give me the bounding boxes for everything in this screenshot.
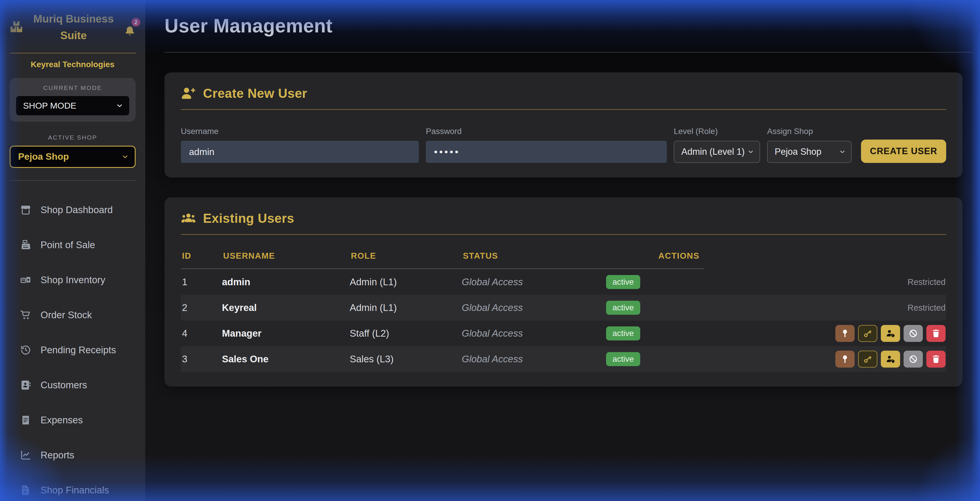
notifications-count-badge: 2 bbox=[132, 18, 140, 27]
create-user-card: Create New User Username admin Password … bbox=[164, 72, 963, 177]
reset-password-button[interactable] bbox=[858, 325, 877, 342]
user-role: Admin (L1) bbox=[350, 302, 462, 313]
status-badge: active bbox=[606, 326, 640, 340]
level-select[interactable]: Admin (Level 1) bbox=[674, 141, 760, 163]
username-field-group: Username admin bbox=[181, 127, 419, 163]
assign-shop-label: Assign Shop bbox=[767, 127, 852, 136]
trash-icon bbox=[931, 329, 940, 338]
file-invoice-dollar-icon: $ bbox=[20, 485, 31, 496]
user-plus-icon bbox=[181, 86, 196, 101]
password-input[interactable]: ••••• bbox=[426, 141, 667, 163]
map-pin-icon bbox=[840, 354, 850, 364]
user-tag-icon bbox=[886, 329, 895, 338]
user-access: Global Access bbox=[462, 354, 606, 365]
svg-text:$: $ bbox=[24, 489, 27, 494]
disable-user-button[interactable] bbox=[904, 351, 923, 368]
notifications-bell[interactable]: 2 bbox=[124, 22, 135, 37]
level-field-group: Level (Role) Admin (Level 1) bbox=[674, 127, 760, 163]
user-id: 2 bbox=[181, 302, 222, 313]
create-user-button[interactable]: CREATE USER bbox=[861, 140, 946, 163]
page-title: User Management bbox=[164, 14, 973, 37]
sidebar: Muriq Business Suite 2 Keyreal Technolog… bbox=[0, 0, 145, 501]
delete-user-button[interactable] bbox=[926, 351, 946, 368]
user-id: 4 bbox=[181, 328, 222, 339]
sidebar-item-point-of-sale[interactable]: Point of Sale bbox=[10, 227, 135, 262]
assign-shop-select-value: Pejoa Shop bbox=[775, 147, 821, 157]
mode-select[interactable]: SHOP MODE bbox=[16, 96, 129, 115]
assign-shop-select[interactable]: Pejoa Shop bbox=[767, 141, 852, 163]
sidebar-item-label: Shop Financials bbox=[41, 485, 109, 496]
table-row: 2 Keyreal Admin (L1) Global Access activ… bbox=[181, 295, 946, 321]
user-username: admin bbox=[222, 276, 350, 287]
user-id: 3 bbox=[181, 354, 222, 365]
sidebar-item-label: Order Stock bbox=[41, 310, 92, 321]
sidebar-item-shop-inventory[interactable]: Shop Inventory bbox=[10, 262, 135, 297]
sidebar-item-label: Pending Receipts bbox=[41, 345, 116, 356]
sidebar-item-label: Shop Inventory bbox=[41, 274, 105, 286]
status-badge: active bbox=[606, 301, 640, 315]
active-shop-value: Pejoa Shop bbox=[18, 151, 69, 162]
map-pin-icon bbox=[840, 329, 850, 338]
sidebar-item-expenses[interactable]: Expenses bbox=[10, 403, 135, 438]
ban-icon bbox=[908, 354, 918, 364]
header-divider bbox=[164, 52, 973, 53]
col-header-username: USERNAME bbox=[223, 251, 351, 261]
password-field-group: Password ••••• bbox=[426, 127, 667, 163]
delete-user-button[interactable] bbox=[926, 325, 946, 342]
assign-role-button[interactable] bbox=[881, 325, 900, 342]
create-user-title: Create New User bbox=[203, 86, 307, 101]
sidebar-item-label: Point of Sale bbox=[41, 239, 95, 250]
address-book-icon bbox=[20, 380, 31, 391]
user-role: Sales (L3) bbox=[350, 354, 462, 365]
sidebar-item-order-stock[interactable]: Order Stock bbox=[10, 297, 135, 332]
sidebar-item-customers[interactable]: Customers bbox=[10, 368, 135, 403]
sidebar-nav: Shop Dashboard Point of Sale bbox=[10, 192, 135, 501]
sidebar-item-shop-dashboard[interactable]: Shop Dashboard bbox=[10, 192, 135, 227]
assign-role-button[interactable] bbox=[881, 351, 900, 368]
level-select-value: Admin (Level 1) bbox=[681, 147, 745, 157]
sidebar-item-shop-financials[interactable]: $ Shop Financials bbox=[10, 473, 135, 501]
disable-user-button[interactable] bbox=[904, 325, 923, 342]
sidebar-divider bbox=[10, 180, 135, 181]
user-tag-icon bbox=[886, 354, 895, 364]
col-header-status: STATUS bbox=[463, 251, 607, 261]
key-icon bbox=[863, 354, 872, 364]
ban-icon bbox=[908, 329, 918, 338]
users-icon bbox=[181, 211, 196, 226]
reset-password-button[interactable] bbox=[858, 351, 877, 368]
mode-select-value: SHOP MODE bbox=[23, 101, 76, 111]
user-access: Global Access bbox=[462, 328, 606, 339]
cash-register-icon bbox=[20, 239, 31, 250]
restricted-label: Restricted bbox=[907, 278, 946, 287]
user-username: Manager bbox=[222, 328, 350, 339]
user-access: Global Access bbox=[462, 276, 606, 287]
existing-users-card: Existing Users ID USERNAME ROLE STATUS A… bbox=[164, 197, 963, 386]
current-mode-label: CURRENT MODE bbox=[16, 85, 129, 91]
pin-location-button[interactable] bbox=[835, 351, 854, 368]
sidebar-item-pending-receipts[interactable]: Pending Receipts bbox=[10, 332, 135, 368]
sidebar-item-label: Reports bbox=[41, 450, 75, 461]
active-shop-select[interactable]: Pejoa Shop bbox=[10, 146, 135, 168]
col-header-actions: ACTIONS bbox=[658, 251, 946, 261]
create-user-form: Username admin Password ••••• Level (Rol… bbox=[181, 127, 946, 163]
username-input[interactable]: admin bbox=[181, 141, 419, 163]
chevron-down-icon bbox=[747, 148, 754, 155]
create-user-card-title: Create New User bbox=[181, 86, 946, 101]
sidebar-item-reports[interactable]: Reports bbox=[10, 438, 135, 473]
store-icon bbox=[20, 204, 31, 215]
level-label: Level (Role) bbox=[674, 127, 760, 136]
user-access: Global Access bbox=[462, 302, 606, 313]
box-arrow-icon bbox=[20, 274, 31, 286]
status-badge: active bbox=[606, 352, 640, 366]
chevron-down-icon bbox=[116, 102, 123, 110]
pin-location-button[interactable] bbox=[835, 325, 854, 342]
table-row: 4 Manager Staff (L2) Global Access activ… bbox=[181, 321, 946, 346]
app-root: Muriq Business Suite 2 Keyreal Technolog… bbox=[0, 0, 980, 501]
user-role: Admin (L1) bbox=[350, 276, 462, 287]
bell-icon bbox=[124, 25, 135, 38]
assign-shop-field-group: Assign Shop Pejoa Shop bbox=[767, 127, 852, 163]
table-row: 3 Sales One Sales (L3) Global Access act… bbox=[181, 346, 946, 372]
active-shop-label: ACTIVE SHOP bbox=[10, 134, 135, 141]
key-icon bbox=[863, 329, 872, 338]
col-header-role: ROLE bbox=[351, 251, 463, 261]
